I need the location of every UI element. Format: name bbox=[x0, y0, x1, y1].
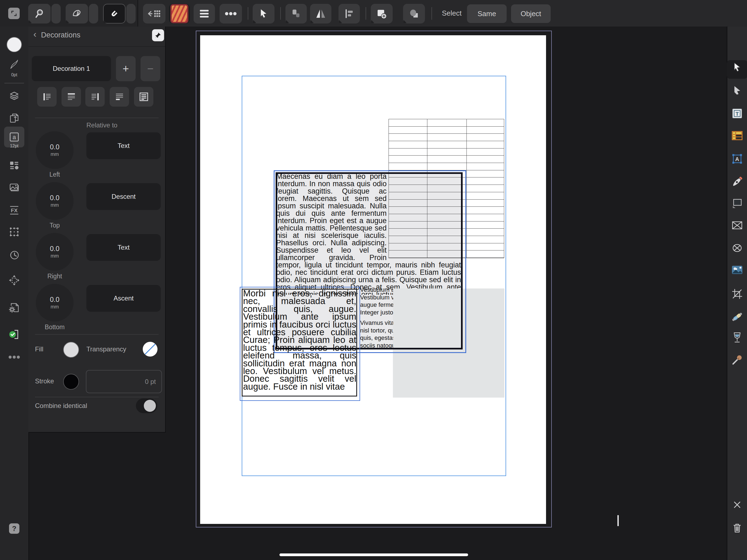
pin-panel-button[interactable] bbox=[152, 29, 164, 41]
delete-button[interactable] bbox=[727, 523, 747, 533]
decoration-top-edge-button[interactable] bbox=[61, 87, 81, 107]
flip-button[interactable] bbox=[310, 4, 331, 24]
close-selection-button[interactable] bbox=[727, 501, 747, 509]
sidebar-item-history[interactable] bbox=[0, 249, 28, 261]
help-button[interactable]: ? bbox=[0, 524, 28, 534]
tool-picture-frame-rect[interactable] bbox=[727, 221, 747, 230]
relative-top-dropdown[interactable]: Descent bbox=[86, 183, 161, 210]
panel-back-chevron[interactable]: ‹ bbox=[33, 29, 36, 40]
table-cell[interactable] bbox=[389, 163, 428, 170]
table-cell[interactable] bbox=[467, 251, 504, 258]
app-logo-button[interactable] bbox=[169, 4, 190, 24]
tool-color-picker[interactable] bbox=[727, 354, 747, 365]
table-cell[interactable] bbox=[467, 192, 504, 200]
sidebar-item-move[interactable] bbox=[0, 274, 28, 286]
main-menu-button[interactable] bbox=[194, 4, 215, 24]
table-cell[interactable] bbox=[467, 134, 504, 141]
snapping-flyout[interactable] bbox=[126, 4, 136, 24]
table-cell[interactable] bbox=[428, 134, 467, 141]
decoration-bottom-edge-button[interactable] bbox=[110, 87, 129, 107]
sidebar-item-document-setup[interactable] bbox=[0, 301, 28, 314]
table-cell[interactable] bbox=[389, 149, 428, 156]
select-object-button[interactable]: Object bbox=[511, 4, 551, 23]
home-documents-button[interactable] bbox=[143, 4, 165, 24]
fill-color-swatch[interactable] bbox=[63, 342, 79, 358]
home-indicator[interactable] bbox=[279, 554, 468, 556]
inset-top-dial[interactable]: 0.0 mm bbox=[36, 182, 74, 220]
sidebar-item-effects[interactable]: FX bbox=[0, 204, 28, 216]
tool-frame-text[interactable]: T bbox=[727, 108, 747, 119]
table-cell[interactable] bbox=[389, 119, 428, 127]
table-cell[interactable] bbox=[467, 214, 504, 222]
tool-rectangle[interactable] bbox=[727, 197, 747, 209]
transparency-swatch-none[interactable] bbox=[143, 342, 157, 357]
tool-transparency[interactable] bbox=[727, 332, 747, 343]
stroke-color-swatch[interactable] bbox=[63, 374, 79, 390]
sidebar-item-character[interactable]: a bbox=[0, 131, 28, 143]
relative-left-dropdown[interactable]: Text bbox=[86, 132, 161, 159]
sidebar-item-layers[interactable] bbox=[0, 90, 28, 102]
text-frame-large[interactable]: Morbi nisl eros, dignissim nec, malesuad… bbox=[242, 289, 357, 397]
tool-table[interactable] bbox=[727, 131, 747, 141]
sidebar-item-media[interactable] bbox=[0, 182, 28, 194]
tool-place-image[interactable] bbox=[727, 265, 747, 275]
relative-bottom-dropdown[interactable]: Ascent bbox=[86, 285, 161, 312]
table-cell[interactable] bbox=[467, 170, 504, 178]
zoom-tool-button[interactable] bbox=[28, 4, 51, 24]
color-swatch-button[interactable] bbox=[0, 37, 28, 52]
sidebar-item-pages[interactable] bbox=[0, 112, 28, 124]
table-cell[interactable] bbox=[428, 127, 467, 134]
table-cell[interactable] bbox=[467, 222, 504, 229]
combine-identical-toggle[interactable] bbox=[136, 399, 157, 413]
insert-shape-button[interactable] bbox=[371, 4, 393, 24]
tool-picture-frame-ellipse[interactable] bbox=[727, 243, 747, 253]
inset-left-dial[interactable]: 0.0 mm bbox=[36, 131, 74, 169]
decoration-name-field[interactable]: Decoration 1 bbox=[32, 56, 111, 81]
table-cell[interactable] bbox=[467, 149, 504, 156]
table-cell[interactable] bbox=[467, 163, 504, 170]
tool-vector-crop[interactable] bbox=[727, 288, 747, 299]
boolean-operations-button[interactable] bbox=[403, 4, 425, 24]
decoration-right-edge-button[interactable] bbox=[85, 87, 105, 107]
table-cell[interactable] bbox=[467, 156, 504, 163]
sidebar-item-paragraph[interactable] bbox=[0, 159, 28, 172]
table-cell[interactable] bbox=[467, 236, 504, 244]
decoration-left-edge-button[interactable] bbox=[37, 87, 57, 107]
tool-node[interactable] bbox=[727, 85, 747, 95]
table-cell[interactable] bbox=[389, 134, 428, 141]
more-options-button[interactable] bbox=[220, 4, 242, 24]
window-mode-button[interactable] bbox=[8, 8, 20, 19]
zoom-tool-flyout[interactable] bbox=[51, 4, 61, 24]
table-cell[interactable] bbox=[467, 244, 504, 251]
add-decoration-button[interactable]: + bbox=[116, 56, 136, 81]
table-cell[interactable] bbox=[467, 185, 504, 192]
tool-gradient[interactable] bbox=[727, 311, 747, 323]
table-cell[interactable] bbox=[389, 127, 428, 134]
table-cell[interactable] bbox=[467, 119, 504, 127]
table-cell[interactable] bbox=[467, 229, 504, 236]
table-cell[interactable] bbox=[389, 156, 428, 163]
table-cell[interactable] bbox=[428, 149, 467, 156]
sidebar-item-transform[interactable] bbox=[0, 226, 28, 238]
snapping-magnet-button[interactable] bbox=[103, 4, 126, 24]
table-cell[interactable] bbox=[428, 163, 467, 170]
table-cell[interactable] bbox=[428, 141, 467, 149]
table-cell[interactable] bbox=[389, 141, 428, 149]
stroke-width-field[interactable]: 0 pt bbox=[86, 370, 162, 393]
table-cell[interactable] bbox=[467, 141, 504, 149]
select-mode-button[interactable] bbox=[253, 4, 275, 24]
table-cell[interactable] bbox=[467, 207, 504, 214]
relative-right-dropdown[interactable]: Text bbox=[86, 234, 161, 261]
view-hand-tool-flyout[interactable] bbox=[89, 4, 98, 24]
remove-decoration-button[interactable]: − bbox=[140, 56, 160, 81]
table-cell[interactable] bbox=[467, 177, 504, 185]
table-cell[interactable] bbox=[428, 119, 467, 127]
select-same-button[interactable]: Same bbox=[467, 4, 507, 23]
sidebar-item-more[interactable] bbox=[0, 355, 28, 359]
table-cell[interactable] bbox=[467, 127, 504, 134]
tool-art-text[interactable]: A bbox=[727, 153, 747, 164]
align-button[interactable] bbox=[338, 4, 360, 24]
view-hand-tool-button[interactable] bbox=[66, 4, 88, 24]
decoration-full-frame-button[interactable] bbox=[134, 87, 153, 107]
tool-pen[interactable] bbox=[727, 176, 747, 187]
